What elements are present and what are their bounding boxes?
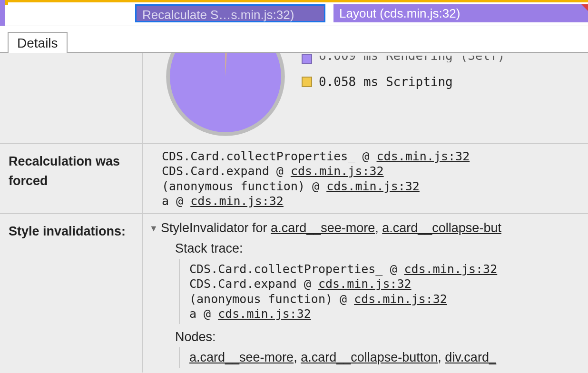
aggregated-time-row: 6.009 ms Rendering (Self) 0.058 ms Scrip…	[0, 53, 588, 144]
source-link[interactable]: cds.min.js:32	[377, 149, 470, 163]
source-link[interactable]: cds.min.js:32	[326, 179, 420, 193]
timeline-stripe	[0, 0, 5, 26]
timeline-top-bar	[5, 0, 588, 2]
nodes-heading: Nodes:	[175, 330, 501, 344]
chevron-down-icon[interactable]: ▼	[149, 224, 158, 234]
node-link[interactable]: a.card__collapse-button	[301, 350, 438, 364]
details-panel: 6.009 ms Rendering (Self) 0.058 ms Scrip…	[0, 53, 588, 373]
legend-rendering-text: 6.009 ms Rendering (Self)	[319, 56, 505, 63]
stack-frame-text: (anonymous function) @	[189, 292, 354, 306]
style-invalidations-row: Style invalidations: ▼ StyleInvalidator …	[0, 214, 588, 373]
source-link[interactable]: cds.min.js:32	[190, 194, 284, 208]
time-pie-chart	[164, 53, 287, 138]
stack-frame-text: a @	[162, 194, 190, 208]
timeline-bar: Recalculate S…s.min.js:32) Layout (cds.m…	[0, 0, 588, 26]
separator: ,	[375, 221, 382, 235]
node-link[interactable]: a.card__see-more	[189, 350, 294, 364]
source-link[interactable]: cds.min.js:32	[354, 292, 447, 306]
recalculation-forced-row: Recalculation was forced CDS.Card.collec…	[0, 144, 588, 214]
stack-frame-text: CDS.Card.collectProperties_ @	[189, 262, 404, 276]
swatch-scripting	[302, 77, 312, 87]
timeline-event-layout[interactable]: Layout (cds.min.js:32)	[333, 4, 588, 22]
invalidator-stack-trace: CDS.Card.collectProperties_ @ cds.min.js…	[189, 262, 501, 321]
invalidator-prefix: StyleInvalidator for	[161, 221, 271, 235]
stack-frame-text: a @	[189, 307, 218, 321]
recalculation-forced-label: Recalculation was forced	[0, 144, 143, 213]
stack-frame-text: CDS.Card.expand @	[189, 277, 318, 291]
timeline-event-recalculate-style[interactable]: Recalculate S…s.min.js:32)	[135, 4, 325, 22]
stack-frame-text: CDS.Card.collectProperties_ @	[162, 149, 377, 163]
node-link[interactable]: a.card__see-more	[271, 221, 375, 235]
timeline-event-layout-label: Layout (cds.min.js:32)	[339, 6, 460, 20]
aggregated-time-label	[0, 53, 143, 143]
forced-stack-trace: CDS.Card.collectProperties_ @ cds.min.js…	[162, 149, 588, 208]
nodes-list: a.card__see-more, a.card__collapse-butto…	[189, 350, 501, 365]
source-link[interactable]: cds.min.js:32	[218, 307, 311, 321]
stack-frame-text: (anonymous function) @	[162, 179, 326, 193]
legend-scripting: 0.058 ms Scripting	[302, 75, 505, 89]
separator: ,	[438, 350, 445, 364]
source-link[interactable]: cds.min.js:32	[404, 262, 498, 276]
separator: ,	[294, 350, 301, 364]
stack-frame-text: CDS.Card.expand @	[162, 164, 291, 178]
warning-icon	[581, 4, 588, 11]
invalidator-header: StyleInvalidator for a.card__see-more, a…	[161, 221, 501, 236]
stack-trace-heading: Stack trace:	[175, 241, 501, 256]
node-link[interactable]: a.card__collapse-but	[382, 221, 501, 235]
swatch-rendering	[302, 54, 312, 64]
node-link[interactable]: div.card_	[445, 350, 496, 364]
details-tabs: Details	[0, 26, 588, 53]
style-invalidations-label: Style invalidations:	[0, 214, 143, 373]
source-link[interactable]: cds.min.js:32	[291, 164, 384, 178]
legend-rendering: 6.009 ms Rendering (Self)	[302, 54, 505, 64]
legend-scripting-text: 0.058 ms Scripting	[319, 75, 453, 89]
tab-details[interactable]: Details	[8, 32, 68, 53]
source-link[interactable]: cds.min.js:32	[318, 277, 412, 291]
